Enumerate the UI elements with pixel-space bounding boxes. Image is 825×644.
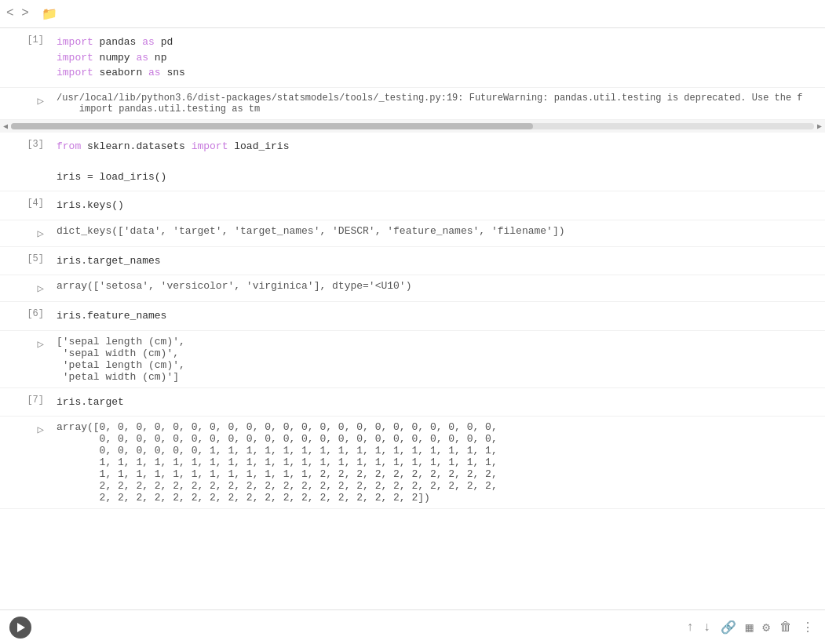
bottom-toolbar: ↑ ↓ 🔗 ▦ ⚙ 🗑 ⋮	[0, 609, 825, 644]
code-text: sns	[166, 67, 184, 78]
copy-icon[interactable]: ▦	[744, 618, 755, 637]
scrollbar-left-arrow[interactable]: ◀	[3, 122, 8, 131]
scrollbar-right-arrow[interactable]: ▶	[817, 122, 822, 131]
scrollbar-thumb[interactable]	[11, 123, 533, 129]
cell-number-label: [1]	[27, 35, 44, 45]
output-content-6: ['sepal length (cm)', 'sepal width (cm)'…	[47, 331, 825, 387]
keyword: as	[136, 52, 154, 64]
top-bar: < > 📁	[0, 0, 825, 28]
output-content-1: /usr/local/lib/python3.6/dist-packages/s…	[47, 88, 825, 119]
cell-input[interactable]	[39, 621, 685, 633]
output-cell-1: ▷ /usr/local/lib/python3.6/dist-packages…	[0, 88, 825, 120]
cell-7-content[interactable]: iris.target	[47, 388, 825, 417]
cell-4: [4] iris.keys()	[0, 191, 825, 220]
toolbar-actions: ↑ ↓ 🔗 ▦ ⚙ 🗑 ⋮	[685, 618, 816, 637]
cell-1-number: [1]	[0, 28, 47, 87]
top-bar-icons: < > 📁	[6, 6, 57, 22]
output-arrow-icon: ▷	[38, 227, 44, 240]
output-icon-6: ▷	[0, 331, 47, 387]
code-line: from sklearn.datasets import load_iris	[57, 139, 816, 155]
cell-5-content[interactable]: iris.target_names	[47, 247, 825, 275]
cell-1: [1] import pandas as pd import numpy as …	[0, 28, 825, 88]
output-arrow-icon: ▷	[38, 282, 44, 295]
cell-number-label: [5]	[27, 253, 44, 264]
cell-1-content[interactable]: import pandas as pd import numpy as np i…	[47, 28, 825, 87]
code-text: iris = load_iris()	[57, 171, 166, 183]
run-triangle-icon	[17, 623, 25, 632]
up-arrow-icon[interactable]: ↑	[685, 619, 696, 636]
scrollbar-track[interactable]	[11, 123, 814, 129]
output-icon-5: ▷	[0, 275, 47, 301]
cell-3: [3] from sklearn.datasets import load_ir…	[0, 133, 825, 192]
code-line: iris.target_names	[57, 253, 816, 269]
cell-7: [7] iris.target	[0, 388, 825, 417]
notebook-container: < > 📁 [1] import pandas as pd import num…	[0, 0, 825, 644]
code-line: iris.feature_names	[57, 308, 816, 324]
code-text: pd	[161, 36, 173, 48]
cell-6: [6] iris.feature_names	[0, 302, 825, 331]
output-content-4: dict_keys(['data', 'target', 'target_nam…	[47, 220, 825, 246]
delete-icon[interactable]: 🗑	[778, 618, 794, 636]
code-line	[57, 154, 816, 169]
cell-4-content[interactable]: iris.keys()	[47, 191, 825, 220]
cell-5-number: [5]	[0, 247, 47, 275]
code-text: np	[155, 52, 167, 64]
keyword: as	[148, 67, 166, 78]
keyword: as	[142, 36, 160, 48]
output-cell-5: ▷ array(['setosa', 'versicolor', 'virgin…	[0, 275, 825, 302]
code-text: sklearn.datasets	[87, 140, 192, 152]
cell-number-label: [4]	[27, 198, 44, 209]
output-cell-7: ▷ array([0, 0, 0, 0, 0, 0, 0, 0, 0, 0, 0…	[0, 417, 825, 509]
run-button[interactable]	[9, 617, 31, 639]
keyword: import	[57, 67, 100, 78]
cell-7-number: [7]	[0, 388, 47, 417]
cell-6-content[interactable]: iris.feature_names	[47, 302, 825, 330]
cell-number-label: [7]	[27, 395, 44, 406]
code-text: load_iris	[234, 140, 289, 152]
code-text: seaborn	[100, 67, 148, 78]
keyword: import	[192, 140, 235, 152]
folder-icon[interactable]: 📁	[42, 6, 57, 22]
code-text: numpy	[100, 52, 137, 64]
output-icon-7: ▷	[0, 417, 47, 508]
cell-4-number: [4]	[0, 191, 47, 220]
output-icon-1: ▷	[0, 88, 47, 119]
link-icon[interactable]: 🔗	[719, 618, 738, 637]
cell-3-content[interactable]: from sklearn.datasets import load_iris i…	[47, 133, 825, 191]
settings-icon[interactable]: ⚙	[761, 618, 772, 637]
more-icon[interactable]: ⋮	[800, 618, 816, 637]
output-icon-4: ▷	[0, 220, 47, 246]
cell-number-label: [3]	[27, 139, 44, 150]
keyword: from	[57, 140, 87, 152]
output-content-7: array([0, 0, 0, 0, 0, 0, 0, 0, 0, 0, 0, …	[47, 417, 825, 508]
cell-5: [5] iris.target_names	[0, 247, 825, 276]
code-line: import numpy as np	[57, 50, 816, 66]
code-text: iris.feature_names	[57, 310, 166, 322]
code-line: import seaborn as sns	[57, 65, 816, 81]
down-arrow-icon[interactable]: ↓	[702, 619, 713, 636]
code-text: iris.target_names	[57, 255, 161, 267]
code-text: iris.target	[57, 396, 124, 408]
code-line: iris.keys()	[57, 198, 816, 213]
keyword: import	[57, 36, 100, 48]
cell-3-number: [3]	[0, 133, 47, 191]
output-cell-6: ▷ ['sepal length (cm)', 'sepal width (cm…	[0, 331, 825, 388]
code-line: iris.target	[57, 395, 816, 410]
cell-number-label: [6]	[27, 308, 44, 319]
code-text: iris.keys()	[57, 199, 124, 211]
scrollbar-row[interactable]: ◀ ▶	[0, 120, 825, 133]
output-arrow-icon: ▷	[38, 94, 44, 107]
code-line: iris = load_iris()	[57, 169, 816, 185]
keyword: import	[57, 52, 100, 64]
output-arrow-icon: ▷	[38, 423, 44, 436]
code-icon[interactable]: < >	[6, 6, 29, 22]
cell-6-number: [6]	[0, 302, 47, 330]
output-arrow-icon: ▷	[38, 337, 44, 351]
output-content-5: array(['setosa', 'versicolor', 'virginic…	[47, 275, 825, 301]
code-text: pandas	[100, 36, 143, 48]
cells-area: [1] import pandas as pd import numpy as …	[0, 28, 825, 609]
code-line: import pandas as pd	[57, 35, 816, 50]
output-cell-4: ▷ dict_keys(['data', 'target', 'target_n…	[0, 220, 825, 247]
